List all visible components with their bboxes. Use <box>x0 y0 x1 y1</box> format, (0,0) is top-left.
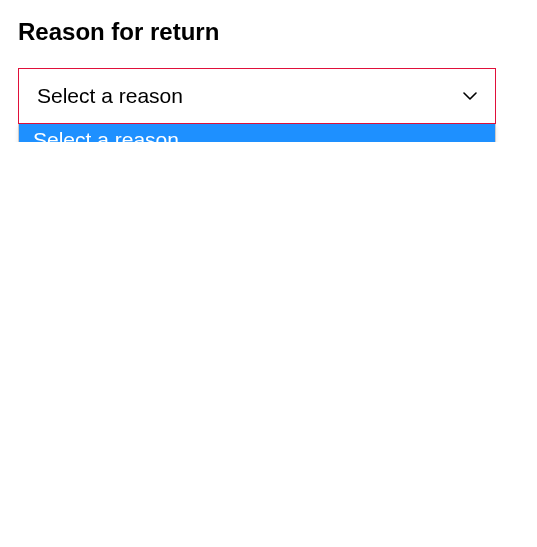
reason-select[interactable]: Select a reason <box>18 68 496 124</box>
reason-dropdown-list: Select a reasonDoesn't fitChanged my min… <box>18 124 496 142</box>
reason-select-wrapper: Select a reason Select a reasonDoesn't f… <box>18 68 496 124</box>
reason-select-value: Select a reason <box>37 84 183 108</box>
reason-option[interactable]: Select a reason <box>19 124 495 142</box>
chevron-down-icon <box>463 92 477 100</box>
page-title: Reason for return <box>18 18 519 46</box>
